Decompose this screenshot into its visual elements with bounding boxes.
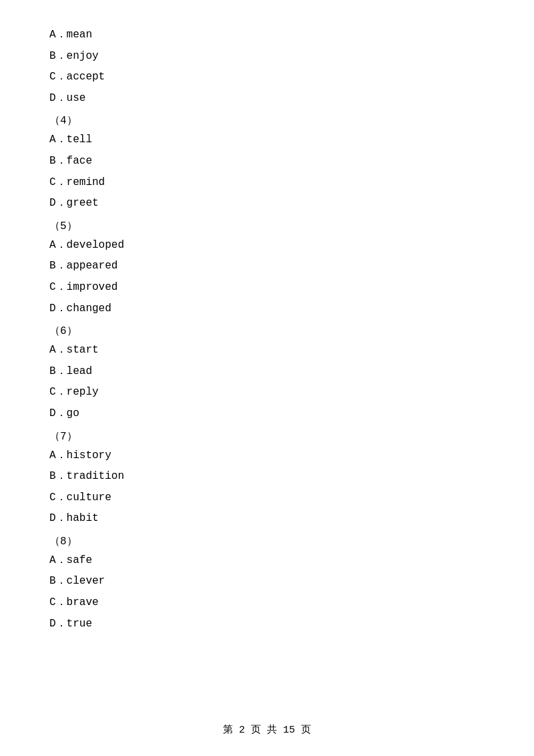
question-number-4: （4） [47,114,487,128]
question-number-7: （7） [47,429,487,443]
question-number-6: （6） [47,324,487,338]
question-group-5: （5） A．developed B．appeared C．improved D．… [47,219,487,317]
page-info: 第 2 页 共 15 页 [223,725,311,736]
option-4b: B．face [47,153,487,170]
option-3d: D．use [47,90,487,108]
option-3b: B．enjoy [47,48,487,65]
option-4a: A．tell [47,132,487,149]
option-7a: A．history [47,447,487,465]
option-8d: D．true [47,616,487,633]
question-number-5: （5） [47,219,487,233]
option-7c: C．culture [47,490,487,507]
option-3c: C．accept [47,69,487,86]
option-8b: B．clever [47,573,487,590]
option-6d: D．go [47,405,487,423]
option-4d: D．greet [47,195,487,212]
question-group-6: （6） A．start B．lead C．reply D．go [47,324,487,422]
option-4c: C．remind [47,174,487,192]
option-5a: A．developed [47,237,487,254]
page-footer: 第 2 页 共 15 页 [0,723,534,736]
question-group-7: （7） A．history B．tradition C．culture D．ha… [47,429,487,528]
question-group-4: （4） A．tell B．face C．remind D．greet [47,114,487,212]
option-7d: D．habit [47,510,487,528]
option-6a: A．start [47,342,487,359]
option-3a: A．mean [47,27,487,44]
question-group-3: A．mean B．enjoy C．accept D．use [47,27,487,107]
option-8a: A．safe [47,552,487,570]
option-5c: C．improved [47,279,487,297]
option-5d: D．changed [47,301,487,318]
option-6c: C．reply [47,384,487,401]
option-7b: B．tradition [47,468,487,486]
option-6b: B．lead [47,363,487,381]
option-5b: B．appeared [47,258,487,275]
option-8c: C．brave [47,594,487,612]
main-content: A．mean B．enjoy C．accept D．use （4） A．tell… [0,0,534,677]
question-group-8: （8） A．safe B．clever C．brave D．true [47,534,487,632]
question-number-8: （8） [47,534,487,548]
